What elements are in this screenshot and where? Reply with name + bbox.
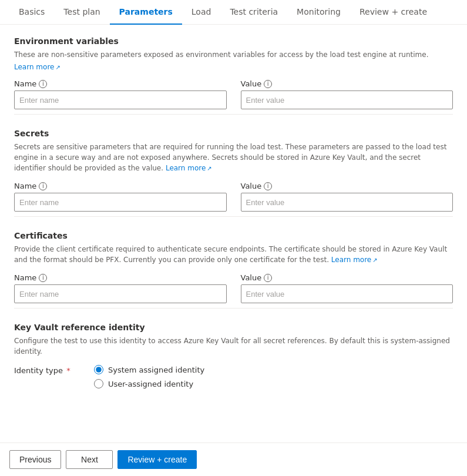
radio-user-assigned[interactable]: User-assigned identity — [94, 379, 204, 388]
secrets-learn-more[interactable]: Learn more↗ — [166, 164, 212, 172]
env-vars-desc: These are non-sensitive parameters expos… — [14, 49, 453, 60]
tab-navigation: Basics Test plan Parameters Load Test cr… — [0, 0, 467, 25]
secrets-value-group: Value i — [241, 182, 453, 212]
env-vars-value-group: Value i — [241, 79, 453, 109]
identity-radio-group: System assigned identity User-assigned i… — [94, 365, 204, 388]
env-vars-field-row: Name i Value i — [14, 79, 453, 109]
certs-divider — [14, 308, 453, 309]
env-vars-name-input[interactable] — [14, 90, 227, 109]
secrets-desc: Secrets are sensitive parameters that ar… — [14, 142, 453, 173]
review-create-button[interactable]: Review + create — [117, 450, 197, 469]
env-vars-divider — [14, 114, 453, 115]
certificates-value-group: Value i — [241, 273, 453, 303]
certificates-value-label: Value i — [241, 273, 453, 282]
secrets-section: Secrets Secrets are sensitive parameters… — [14, 129, 453, 217]
tab-parameters[interactable]: Parameters — [110, 0, 182, 25]
secrets-value-input[interactable] — [241, 193, 453, 212]
env-vars-section: Environment variables These are non-sens… — [14, 36, 453, 115]
env-vars-value-label: Value i — [241, 79, 453, 88]
footer: Previous Next Review + create — [0, 443, 467, 476]
identity-type-row: Identity type * System assigned identity… — [14, 365, 453, 388]
tab-test-plan[interactable]: Test plan — [54, 0, 109, 25]
certs-value-info-icon[interactable]: i — [264, 274, 272, 282]
radio-system-assigned[interactable]: System assigned identity — [94, 365, 204, 374]
env-vars-value-info-icon[interactable]: i — [264, 80, 272, 88]
secrets-value-info-icon[interactable]: i — [264, 182, 272, 190]
env-vars-name-group: Name i — [14, 79, 227, 109]
identity-desc: Configure the test to use this identity … — [14, 336, 453, 357]
certificates-name-label: Name i — [14, 273, 227, 282]
external-link-icon: ↗ — [55, 64, 60, 71]
secrets-value-label: Value i — [241, 182, 453, 190]
secrets-name-label: Name i — [14, 182, 227, 190]
certs-name-info-icon[interactable]: i — [39, 274, 47, 282]
secrets-title: Secrets — [14, 129, 453, 138]
env-vars-value-input[interactable] — [241, 90, 453, 109]
tab-load[interactable]: Load — [182, 0, 221, 25]
certificates-section: Certificates Provide the client certific… — [14, 231, 453, 309]
certificates-name-input[interactable] — [14, 284, 227, 303]
tab-basics[interactable]: Basics — [9, 0, 54, 25]
next-button[interactable]: Next — [66, 450, 113, 469]
tab-test-criteria[interactable]: Test criteria — [220, 0, 287, 25]
secrets-name-info-icon[interactable]: i — [39, 182, 47, 190]
tab-monitoring[interactable]: Monitoring — [287, 0, 350, 25]
system-assigned-label: System assigned identity — [108, 366, 204, 374]
certificates-field-row: Name i Value i — [14, 273, 453, 303]
env-vars-title: Environment variables — [14, 36, 453, 46]
secrets-name-input[interactable] — [14, 193, 227, 212]
certificates-learn-more[interactable]: Learn more↗ — [331, 256, 378, 264]
env-vars-name-label: Name i — [14, 79, 227, 88]
secrets-divider — [14, 216, 453, 217]
main-content: Environment variables These are non-sens… — [0, 25, 467, 414]
secrets-external-link-icon: ↗ — [207, 165, 211, 172]
env-vars-name-info-icon[interactable]: i — [39, 80, 47, 88]
certs-external-link-icon: ↗ — [372, 257, 377, 263]
certificates-value-input[interactable] — [241, 284, 453, 303]
certificates-name-group: Name i — [14, 273, 227, 303]
user-assigned-radio[interactable] — [94, 379, 103, 388]
tab-review-create[interactable]: Review + create — [350, 0, 436, 25]
secrets-field-row: Name i Value i — [14, 182, 453, 212]
user-assigned-label: User-assigned identity — [108, 380, 193, 388]
certificates-desc: Provide the client certificate required … — [14, 244, 453, 265]
identity-section: Key Vault reference identity Configure t… — [14, 323, 453, 388]
required-indicator: * — [64, 366, 70, 375]
env-vars-learn-more[interactable]: Learn more↗ — [14, 63, 61, 71]
certificates-title: Certificates — [14, 231, 453, 240]
system-assigned-radio[interactable] — [94, 365, 103, 374]
identity-type-label: Identity type * — [14, 365, 85, 375]
previous-button[interactable]: Previous — [9, 450, 61, 469]
secrets-name-group: Name i — [14, 182, 227, 212]
identity-title: Key Vault reference identity — [14, 323, 453, 332]
